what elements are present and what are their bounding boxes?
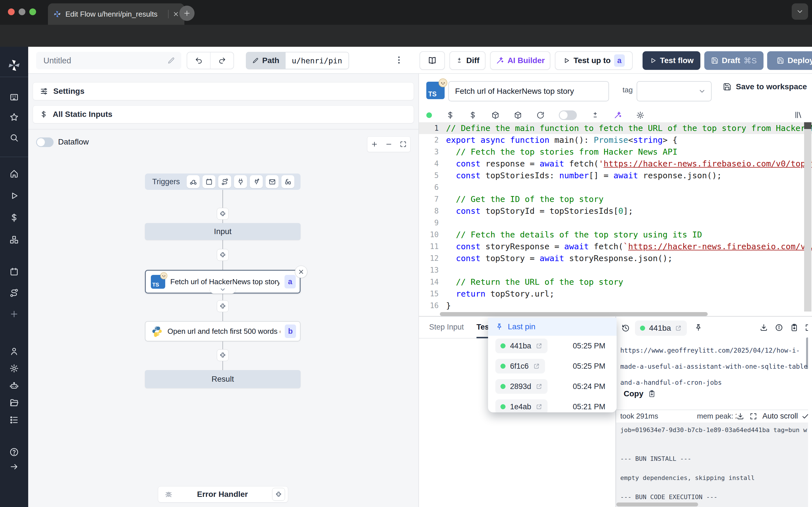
route-icon[interactable] <box>218 175 231 188</box>
new-tab-button[interactable] <box>179 6 195 21</box>
tab-overview-chevron-icon[interactable] <box>792 3 808 20</box>
diff-button[interactable]: Diff <box>449 51 486 70</box>
add-step-button[interactable] <box>217 300 229 312</box>
help-icon[interactable] <box>8 446 20 458</box>
gear-icon[interactable] <box>636 111 645 119</box>
pin-chip[interactable]: 6f1c6 <box>495 359 545 374</box>
code-editor[interactable]: 1// Define the main function to fetch th… <box>419 122 812 312</box>
expand-step-chevron[interactable] <box>210 286 236 293</box>
step-title-input[interactable]: Fetch url of HackerNews top story <box>448 81 609 101</box>
play-icon[interactable] <box>8 190 20 202</box>
dollar-icon[interactable] <box>8 212 20 223</box>
plug-icon[interactable] <box>234 175 247 188</box>
search-icon[interactable] <box>8 132 20 144</box>
plus-minus-icon[interactable] <box>591 111 599 119</box>
code-vertical-scrollbar-thumb[interactable] <box>804 122 811 129</box>
code-line[interactable]: 13 <box>419 264 812 276</box>
window-close-button[interactable] <box>8 8 15 15</box>
library-icon[interactable] <box>794 110 803 119</box>
result-job-badge[interactable]: 441ba <box>635 321 687 336</box>
clipboard-icon[interactable] <box>790 323 799 332</box>
building-icon[interactable] <box>8 91 20 102</box>
download-icon[interactable] <box>760 323 768 332</box>
code-line[interactable]: 12 const topStory = await storyResponse.… <box>419 252 812 264</box>
history-icon[interactable] <box>621 324 630 332</box>
add-step-button[interactable] <box>217 208 229 220</box>
external-link-icon[interactable] <box>536 342 543 349</box>
webhook-icon[interactable] <box>187 175 200 188</box>
browser-tab[interactable]: Edit Flow u/henri/pin_results <box>48 3 185 25</box>
more-options-kebab-icon[interactable] <box>394 55 404 65</box>
refresh-icon[interactable] <box>536 111 545 119</box>
windmill-logo-icon[interactable] <box>7 58 21 73</box>
plug-zap-icon[interactable] <box>250 175 263 188</box>
code-vertical-scrollbar[interactable] <box>804 122 811 312</box>
copy-button[interactable]: Copy <box>624 389 656 398</box>
dataflow-toggle[interactable] <box>36 137 54 147</box>
package-icon[interactable] <box>514 111 522 119</box>
save-to-workspace-button[interactable]: Save to workspace <box>723 82 807 91</box>
pin-chip[interactable]: 1e4ab <box>495 399 548 412</box>
log-horizontal-scrollbar[interactable] <box>616 503 698 506</box>
code-line[interactable]: 1// Define the main function to fetch th… <box>419 122 812 134</box>
window-zoom-button[interactable] <box>29 8 36 15</box>
dollar-icon[interactable] <box>469 111 477 119</box>
test-flow-button[interactable]: Test flow <box>643 51 700 70</box>
ai-builder-button[interactable]: AI Builder <box>490 51 550 70</box>
download-icon[interactable] <box>737 412 744 420</box>
deploy-button[interactable]: Deploy <box>767 51 812 70</box>
remove-step-button[interactable] <box>295 266 307 278</box>
plus-icon[interactable] <box>8 308 20 320</box>
undo-button[interactable] <box>187 52 211 69</box>
pin-icon[interactable] <box>694 323 703 332</box>
code-line[interactable]: 4 const response = await fetch('https://… <box>419 158 812 170</box>
mail-icon[interactable] <box>266 175 278 188</box>
tab-step-input[interactable]: Step Input <box>429 323 464 332</box>
star-icon[interactable] <box>8 112 20 123</box>
external-link-icon[interactable] <box>675 325 682 332</box>
test-up-to-button[interactable]: Test up to a <box>555 51 633 70</box>
external-link-icon[interactable] <box>536 383 543 390</box>
calendar-icon[interactable] <box>8 266 20 277</box>
code-line[interactable]: 14 // Return the URL of the top story <box>419 276 812 288</box>
info-icon[interactable] <box>775 323 783 332</box>
boxes-icon[interactable] <box>8 234 20 245</box>
person-icon[interactable] <box>8 346 20 357</box>
flow-name-field[interactable]: Untitled <box>36 52 181 69</box>
radar-icon[interactable] <box>282 175 294 188</box>
code-line[interactable]: 10 // Fetch the details of the top story… <box>419 229 812 240</box>
wand-icon[interactable] <box>613 111 622 119</box>
triggers-bar[interactable]: Triggers <box>145 173 301 190</box>
pin-menu-item[interactable]: 2893d 05:24 PM <box>488 376 617 397</box>
last-pin-header[interactable]: Last pin <box>488 318 617 336</box>
fit-view-icon[interactable] <box>400 140 407 148</box>
code-line[interactable]: 5 const topStoriesIds: number[] = await … <box>419 170 812 181</box>
redo-button[interactable] <box>211 52 234 69</box>
docs-book-button[interactable] <box>419 51 445 70</box>
external-link-icon[interactable] <box>536 403 543 410</box>
code-line[interactable]: 8 const topStoryId = topStoriesIds[0]; <box>419 205 812 217</box>
pin-menu-item[interactable]: 1e4ab 05:21 PM <box>488 397 617 412</box>
log-output[interactable]: job=019634e7-9d30-b7cb-1e89-03a64ed441ba… <box>616 422 808 507</box>
gear-icon[interactable] <box>8 363 20 374</box>
settings-button[interactable]: Settings <box>33 82 414 100</box>
zoom-in-icon[interactable] <box>371 140 378 148</box>
list-icon[interactable] <box>8 414 20 426</box>
robot-icon[interactable] <box>8 380 20 391</box>
pin-menu-item[interactable]: 6f1c6 05:25 PM <box>488 356 617 376</box>
edit-name-pencil-icon[interactable] <box>167 57 175 64</box>
error-handler-node[interactable]: Error Handler <box>158 486 288 503</box>
code-line[interactable]: 7 // Get the ID of the top story <box>419 193 812 205</box>
tab-close-icon[interactable] <box>172 11 179 17</box>
result-url[interactable]: https://www.geoffreylitt.com/2025/04/12/… <box>620 342 809 391</box>
home-icon[interactable] <box>8 168 20 179</box>
folder-icon[interactable] <box>8 397 20 408</box>
route-icon[interactable] <box>8 287 20 298</box>
code-horizontal-scrollbar[interactable] <box>440 312 708 316</box>
pin-chip[interactable]: 2893d <box>495 379 548 394</box>
zoom-out-icon[interactable] <box>385 140 393 148</box>
result-node[interactable]: Result <box>145 370 301 388</box>
pin-menu-item[interactable]: 441ba 05:25 PM <box>488 336 617 356</box>
draft-button[interactable]: Draft ⌘S <box>704 51 763 70</box>
package-icon[interactable] <box>491 111 500 119</box>
